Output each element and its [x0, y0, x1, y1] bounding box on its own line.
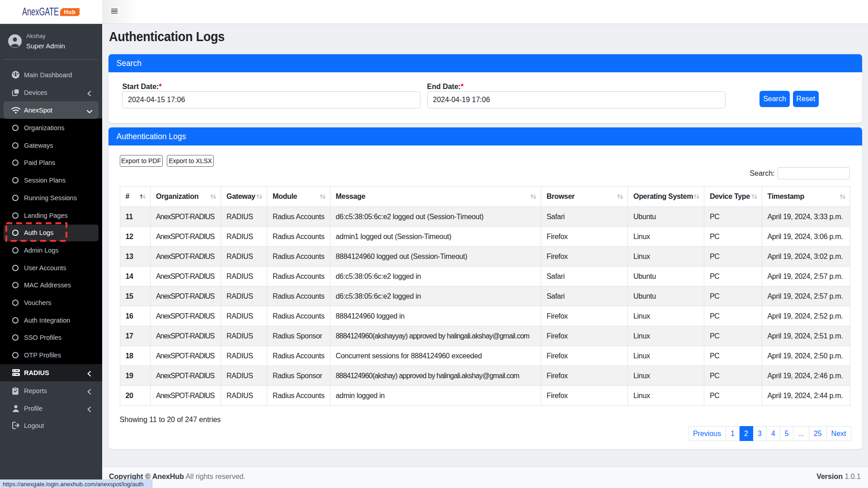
svg-text:AnexGATE: AnexGATE [22, 6, 59, 18]
